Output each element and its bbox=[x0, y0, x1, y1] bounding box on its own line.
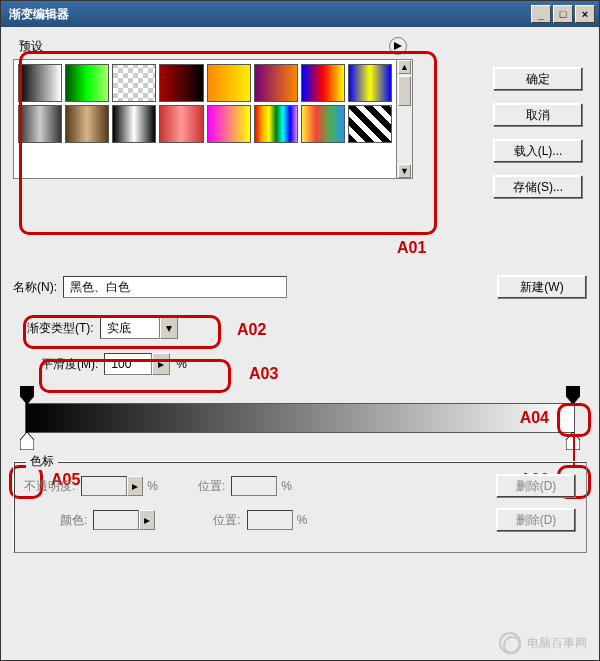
preset-swatch[interactable] bbox=[254, 105, 298, 143]
smoothness-input[interactable]: 100 bbox=[104, 353, 152, 375]
color-swatch bbox=[93, 510, 139, 530]
position-input bbox=[231, 476, 277, 496]
name-label: 名称(N): bbox=[13, 279, 57, 296]
preset-swatch[interactable] bbox=[301, 105, 345, 143]
opacity-flyout: ▸ bbox=[127, 476, 143, 496]
ok-button[interactable]: 确定 bbox=[493, 67, 583, 91]
type-select[interactable]: 实底 ▾ bbox=[100, 317, 178, 339]
preset-swatch[interactable] bbox=[207, 105, 251, 143]
preset-swatch[interactable] bbox=[65, 105, 109, 143]
presets-scrollbar[interactable]: ▲ ▼ bbox=[396, 60, 412, 178]
title-bar[interactable]: 渐变编辑器 _ □ × bbox=[1, 1, 599, 27]
watermark: 电脑百事网 bbox=[499, 632, 587, 654]
preset-swatch[interactable] bbox=[301, 64, 345, 102]
window-title: 渐变编辑器 bbox=[9, 6, 531, 23]
color-flyout: ▸ bbox=[139, 510, 155, 530]
opacity-label: 不透明度: bbox=[24, 478, 75, 495]
preset-swatch[interactable] bbox=[65, 64, 109, 102]
position-label: 位置: bbox=[198, 478, 225, 495]
save-button[interactable]: 存储(S)... bbox=[493, 175, 583, 199]
maximize-button[interactable]: □ bbox=[553, 5, 573, 23]
position2-label: 位置: bbox=[213, 512, 240, 529]
scroll-thumb[interactable] bbox=[398, 76, 411, 106]
preset-swatch[interactable] bbox=[18, 105, 62, 143]
preset-swatch[interactable] bbox=[159, 64, 203, 102]
preset-swatch[interactable] bbox=[254, 64, 298, 102]
color-label: 颜色: bbox=[60, 512, 87, 529]
position2-input bbox=[247, 510, 293, 530]
gradient-editor-window: 渐变编辑器 _ □ × 确定 取消 载入(L)... 存储(S)... 预设 bbox=[0, 0, 600, 661]
preset-swatch[interactable] bbox=[348, 105, 392, 143]
annotation-label-a02: A02 bbox=[237, 321, 266, 339]
triangle-right-icon bbox=[394, 42, 402, 50]
presets-menu-button[interactable] bbox=[389, 37, 407, 55]
new-button[interactable]: 新建(W) bbox=[497, 275, 587, 299]
presets-legend: 预设 bbox=[19, 38, 43, 55]
delete-opacity-stop-button: 删除(D) bbox=[496, 474, 576, 498]
delete-color-stop-button: 删除(D) bbox=[496, 508, 576, 532]
load-button[interactable]: 载入(L)... bbox=[493, 139, 583, 163]
watermark-logo-icon bbox=[499, 632, 521, 654]
type-label: 渐变类型(T): bbox=[27, 320, 94, 337]
annotation-label-a01: A01 bbox=[397, 239, 426, 257]
minimize-button[interactable]: _ bbox=[531, 5, 551, 23]
smoothness-label: 平滑度(M): bbox=[41, 356, 98, 373]
opacity-stop-left[interactable] bbox=[20, 386, 34, 404]
preset-swatch[interactable] bbox=[112, 105, 156, 143]
preset-swatch[interactable] bbox=[348, 64, 392, 102]
chevron-down-icon[interactable]: ▾ bbox=[160, 317, 178, 339]
scroll-down-icon[interactable]: ▼ bbox=[398, 164, 411, 178]
opacity-value-input bbox=[81, 476, 127, 496]
smoothness-flyout-button[interactable]: ▸ bbox=[152, 353, 170, 375]
colorstops-legend: 色标 bbox=[26, 453, 58, 470]
smoothness-unit: % bbox=[176, 357, 187, 371]
annotation-label-a03: A03 bbox=[249, 365, 278, 383]
annotation-label-a04: A04 bbox=[520, 409, 549, 427]
presets-panel: 预设 ▲ ▼ bbox=[13, 37, 413, 205]
stop-icon bbox=[20, 432, 34, 450]
name-input[interactable]: 黑色、白色 bbox=[63, 276, 287, 298]
preset-swatch[interactable] bbox=[159, 105, 203, 143]
opacity-stop-right[interactable] bbox=[566, 386, 580, 404]
preset-swatch[interactable] bbox=[207, 64, 251, 102]
scroll-up-icon[interactable]: ▲ bbox=[398, 60, 411, 74]
colorstops-panel: 色标 不透明度: ▸ % 位置: % 删除(D) 颜色: ▸ 位置: bbox=[13, 461, 587, 553]
preset-swatch[interactable] bbox=[112, 64, 156, 102]
preset-swatches bbox=[14, 60, 396, 178]
preset-swatch[interactable] bbox=[18, 64, 62, 102]
close-button[interactable]: × bbox=[575, 5, 595, 23]
stop-icon bbox=[20, 386, 34, 404]
color-stop-left[interactable] bbox=[20, 432, 34, 450]
stop-icon bbox=[566, 386, 580, 404]
cancel-button[interactable]: 取消 bbox=[493, 103, 583, 127]
gradient-bar[interactable] bbox=[25, 403, 575, 433]
